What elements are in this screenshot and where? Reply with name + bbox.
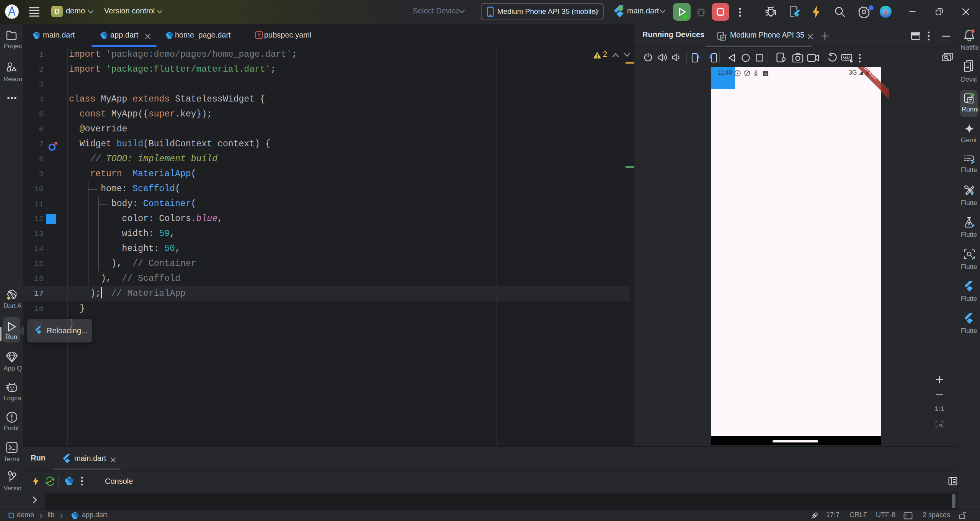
svg-text:A: A bbox=[764, 72, 767, 76]
svg-text:Y: Y bbox=[257, 32, 261, 38]
